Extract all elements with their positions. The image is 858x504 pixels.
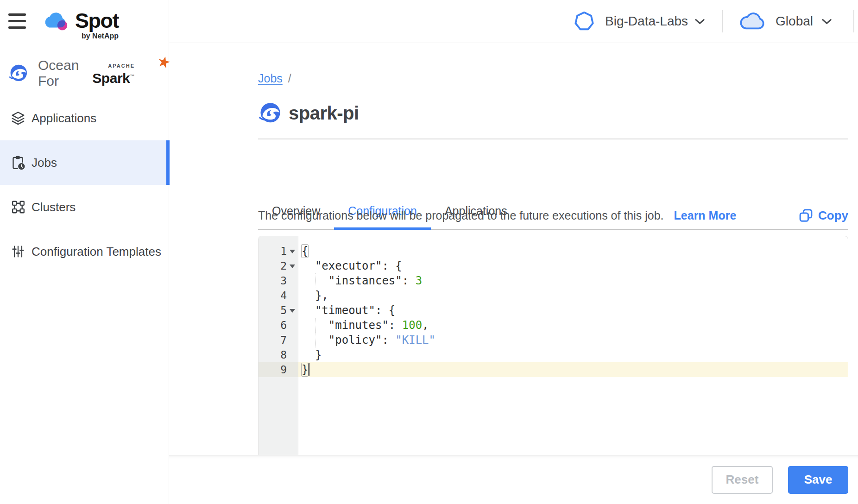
editor-line-1[interactable]: 1{ [259,244,848,258]
code-token: "timeout": { [302,304,395,317]
fold-caret-icon[interactable] [290,309,295,313]
breadcrumb: Jobs/ [258,72,291,85]
config-description-row: The configurations below will be propaga… [258,205,848,226]
gutter-line-number[interactable]: 3 [259,273,298,288]
gutter-line-number[interactable]: 2 [259,258,298,273]
line-number: 1 [280,245,287,257]
editor-line-6[interactable]: 6 "minutes": 100, [259,318,848,333]
code-line-content[interactable]: "timeout": { [298,303,848,318]
code-token: } [302,348,322,361]
breadcrumb-jobs-link[interactable]: Jobs [258,72,283,85]
chevron-down-icon [694,18,705,25]
gutter-line-number[interactable]: 4 [259,288,298,303]
org-name: Big-Data-Labs [605,14,688,29]
gutter-line-number[interactable]: 7 [259,333,298,347]
line-number: 2 [280,260,287,272]
cluster-nodes-icon [10,199,26,215]
code-line-content[interactable]: "executor": { [298,258,848,273]
scope-selector[interactable]: Global [739,11,832,32]
breadcrumb-separator: / [288,72,291,85]
gutter-line-number[interactable]: 1 [259,244,298,258]
sidebar-item-configuration-templates[interactable]: Configuration Templates [0,229,169,274]
line-number: 6 [280,319,287,331]
title-divider [258,139,848,139]
learn-more-link[interactable]: Learn More [674,209,737,222]
indent-guide [315,333,315,347]
code-token: "minutes": [302,319,402,332]
header-divider [853,10,854,32]
code-token: } [301,363,309,377]
main-area: Jobs/ spark-pi Overview Configuration [169,43,858,455]
editor-line-7[interactable]: 7 "policy": "KILL" [259,333,848,347]
config-description: The configurations below will be propaga… [258,209,664,222]
org-selector[interactable]: Big-Data-Labs [574,11,705,32]
product-name: Ocean For [38,57,87,89]
brand-name: Spot [75,10,119,32]
scope-name: Global [776,14,813,29]
line-number: 3 [280,275,287,287]
code-token: 3 [416,274,422,287]
gutter-line-number[interactable]: 9 [259,362,298,377]
cloud-scope-icon [739,11,766,32]
line-number: 7 [280,334,287,346]
product-switcher[interactable]: Ocean For APACHE Spark™ [8,61,169,85]
code-token: "executor": { [302,259,402,272]
code-line-content[interactable]: "minutes": 100, [298,318,848,333]
config-editor[interactable]: 1{2 "executor": {3 "instances": 34 },5 "… [258,236,848,455]
fold-caret-icon[interactable] [290,265,295,268]
code-line-content[interactable]: } [298,362,848,377]
header-divider [722,10,723,32]
code-line-content[interactable]: { [298,244,848,258]
sidebar: Spot by NetApp Ocean For APACHE Spark™ [0,0,169,504]
copy-button[interactable]: Copy [799,208,848,223]
copy-icon [799,208,813,223]
code-token: { [301,244,309,258]
sidebar-item-label: Applications [32,111,96,126]
code-line-content[interactable]: "instances": 3 [298,273,848,288]
code-token: "KILL" [395,334,435,346]
spot-logo[interactable]: Spot by NetApp [43,10,119,40]
code-token: 100 [402,319,422,332]
apache-spark-logo: APACHE Spark™ [92,61,169,85]
code-line-content[interactable]: } [298,347,848,362]
layers-icon [10,110,26,126]
editor-lines: 1{2 "executor": {3 "instances": 34 },5 "… [259,244,848,377]
clipboard-clock-icon [10,154,26,171]
gutter-line-number[interactable]: 5 [259,303,298,318]
editor-line-4[interactable]: 4 }, [259,288,848,303]
top-bar: Big-Data-Labs Global [169,0,858,43]
page-title: spark-pi [289,103,359,124]
sidebar-item-clusters[interactable]: Clusters [0,185,169,229]
code-line-content[interactable]: }, [298,288,848,303]
apache-label: APACHE [108,63,135,69]
spot-cloud-icon [43,10,69,32]
code-token: "policy": [302,334,395,346]
gutter-line-number[interactable]: 8 [259,347,298,362]
job-wave-icon [258,101,281,125]
sidebar-item-label: Configuration Templates [32,245,161,259]
sidebar-item-applications[interactable]: Applications [0,96,169,140]
brand-byline: by NetApp [82,32,119,40]
hamburger-menu-button[interactable] [8,13,26,29]
save-button[interactable]: Save [788,466,848,494]
line-number: 8 [280,349,287,361]
editor-line-8[interactable]: 8 } [259,347,848,362]
ocean-wave-icon [8,63,28,83]
editor-line-2[interactable]: 2 "executor": { [259,258,848,273]
fold-caret-icon[interactable] [290,250,295,253]
sidebar-item-label: Clusters [32,200,76,214]
editor-line-3[interactable]: 3 "instances": 3 [259,273,848,288]
indent-guide [315,273,315,288]
sidebar-item-jobs[interactable]: Jobs [0,140,169,185]
heptagon-org-icon [574,11,595,32]
editor-line-9[interactable]: 9} [259,362,848,377]
gutter-line-number[interactable]: 6 [259,318,298,333]
code-token: "instances": [302,274,416,287]
text-cursor [309,363,310,376]
sidebar-item-label: Jobs [32,156,57,170]
page-title-row: spark-pi [258,101,359,125]
sliders-icon [10,244,26,259]
code-line-content[interactable]: "policy": "KILL" [298,333,848,347]
reset-button[interactable]: Reset [712,466,773,494]
editor-line-5[interactable]: 5 "timeout": { [259,303,848,318]
